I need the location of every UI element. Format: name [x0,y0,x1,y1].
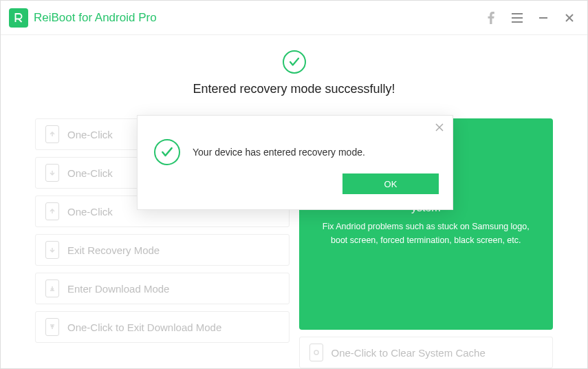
status-header: Entered recovery mode successfully! [1,35,587,107]
minimize-button[interactable] [536,13,550,23]
menu-icon[interactable] [510,13,524,23]
phone-up-icon [45,125,59,143]
phone-up-icon [45,318,59,336]
success-check-icon [283,50,306,74]
app-title: ReiBoot for Android Pro [34,11,484,25]
option-clear-cache[interactable]: One-Click to Clear System Cache [299,337,554,368]
modal-footer: OK [138,173,453,204]
option-exit-download[interactable]: One-Click to Exit Download Mode [35,311,290,343]
facebook-icon[interactable] [484,12,498,24]
window-controls [484,12,579,24]
option-enter-download[interactable]: Enter Download Mode [35,273,290,304]
option-label: Exit Recovery Mode [67,244,160,256]
repair-card-description: Fix Andriod problems such as stuck on Sa… [317,220,536,247]
modal-body: Your device has entered recovery mode. [138,116,453,173]
phone-up-icon [45,202,59,220]
option-label: One-Click [67,167,113,179]
option-label: One-Click [67,129,113,140]
svg-point-6 [314,350,318,355]
status-message: Entered recovery mode successfully! [193,82,395,96]
phone-download-icon [45,280,59,297]
phone-down-icon [45,164,59,182]
app-logo-icon [9,8,28,28]
titlebar: ReiBoot for Android Pro [1,1,587,35]
modal-ok-button[interactable]: OK [342,173,439,194]
modal-message: Your device has entered recovery mode. [193,147,365,158]
option-label: Enter Download Mode [67,283,169,295]
option-label: One-Click [67,206,113,218]
phone-clear-icon [309,344,323,361]
modal-check-icon [154,139,180,165]
option-label: One-Click to Exit Download Mode [67,321,221,333]
option-label: One-Click to Clear System Cache [331,347,486,359]
close-button[interactable] [563,13,576,23]
option-exit-recovery[interactable]: Exit Recovery Mode [35,234,290,266]
success-modal: Your device has entered recovery mode. O… [137,115,453,210]
phone-down-icon [45,241,59,259]
app-window: ReiBoot for Android Pro Entered recovery… [0,0,588,369]
modal-close-button[interactable] [435,123,444,135]
